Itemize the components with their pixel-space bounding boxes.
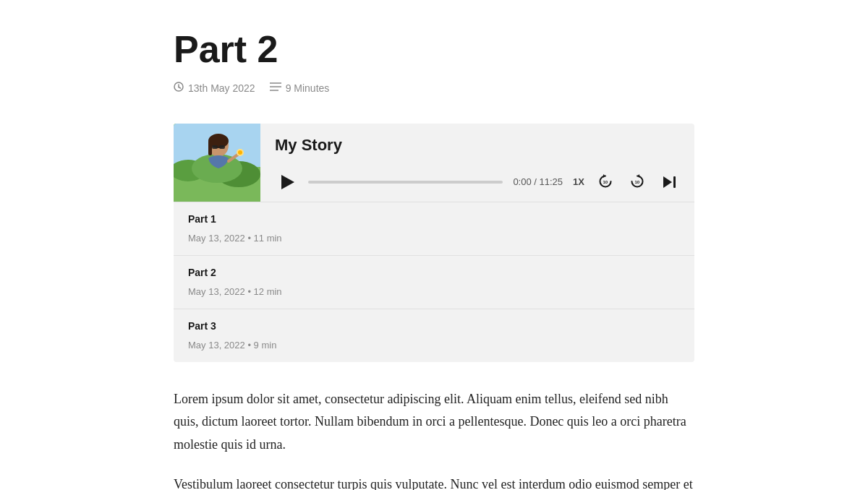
post-readtime-meta: 9 Minutes [270,80,330,98]
svg-rect-16 [219,145,225,149]
svg-text:10: 10 [603,179,608,184]
episode-3-title: Part 3 [188,318,680,335]
svg-line-2 [179,87,181,89]
episode-item-1[interactable]: Part 1 May 13, 2022 • 11 min [174,202,694,256]
svg-text:10: 10 [635,179,640,184]
episode-1-title: Part 1 [188,211,680,228]
audio-thumbnail [174,124,260,202]
progress-bar[interactable] [308,181,503,184]
post-content: Lorem ipsum dolor sit amet, consectetur … [174,388,694,490]
speed-button[interactable]: 1X [573,176,584,187]
episode-list: Part 1 May 13, 2022 • 11 min Part 2 May … [174,202,694,362]
svg-marker-23 [663,176,672,188]
post-readtime: 9 Minutes [286,80,330,98]
episode-item-3[interactable]: Part 3 May 13, 2022 • 9 min [174,309,694,362]
post-title: Part 2 [174,29,694,70]
audio-controls: 0:00 / 11:25 1X 10 [275,171,680,194]
post-date-meta: 13th May 2022 [174,80,255,98]
play-button[interactable] [275,171,298,194]
audio-title: My Story [275,132,680,158]
play-icon [281,175,294,189]
skip-next-icon [661,174,677,190]
clock-icon [174,80,184,98]
page-container: Part 2 13th May 2022 9 Minutes [159,0,709,490]
audio-player: My Story 0:00 / 11:25 [174,124,694,362]
forward-button[interactable]: 10 [626,171,648,193]
svg-rect-15 [212,145,218,149]
time-display: 0:00 / 11:25 [513,174,563,190]
svg-point-20 [238,150,242,155]
episode-item-2[interactable]: Part 2 May 13, 2022 • 12 min [174,256,694,309]
episode-2-meta: May 13, 2022 • 12 min [188,284,680,300]
episode-1-meta: May 13, 2022 • 11 min [188,231,680,246]
paragraph-2: Vestibulum laoreet consectetur turpis qu… [174,473,694,490]
rewind-button[interactable]: 10 [595,171,616,193]
svg-rect-24 [673,176,676,188]
forward-icon: 10 [628,173,647,192]
paragraph-1: Lorem ipsum dolor sit amet, consectetur … [174,388,694,457]
skip-next-button[interactable] [658,171,680,193]
post-meta: 13th May 2022 9 Minutes [174,80,694,98]
episode-3-meta: May 13, 2022 • 9 min [188,338,680,353]
lines-icon [270,80,281,98]
audio-player-top: My Story 0:00 / 11:25 [174,124,694,202]
audio-player-right: My Story 0:00 / 11:25 [260,124,694,202]
post-date: 13th May 2022 [188,80,255,98]
rewind-icon: 10 [596,173,615,192]
episode-2-title: Part 2 [188,265,680,282]
svg-rect-14 [208,141,212,155]
